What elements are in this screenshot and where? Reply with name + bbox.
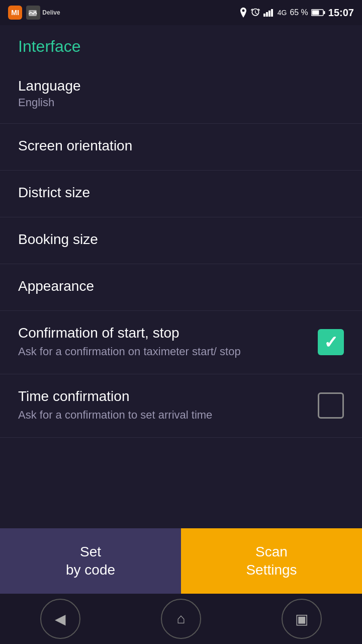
language-item[interactable]: Language English [0,64,362,124]
confirmation-start-stop-desc: Ask for a confirmation on taximeter star… [18,344,308,360]
main-content: Interface Language English Screen orient… [0,25,362,594]
district-size-item[interactable]: District size [0,171,362,217]
appearance-item[interactable]: Appearance [0,264,362,311]
svg-rect-3 [266,12,268,17]
confirmation-start-stop-checkbox[interactable]: ✓ [318,329,344,355]
back-button[interactable]: ◀ [40,599,80,639]
battery-icon [311,9,325,17]
status-bar: MI Delive 4G 65 % [0,0,362,25]
time-confirmation-checkbox[interactable] [318,392,344,419]
booking-size-title: Booking size [18,231,344,248]
status-bar-apps: MI Delive [8,6,58,20]
bottom-buttons: Setby code ScanSettings [0,528,362,594]
svg-rect-5 [271,9,273,17]
confirmation-start-stop-text: Confirmation of start, stop Ask for a co… [18,325,318,360]
recents-icon: ▣ [295,611,308,627]
checkmark-icon: ✓ [324,334,338,351]
status-bar-right: 4G 65 % 15:07 [239,7,354,19]
svg-rect-7 [323,11,325,14]
delive-icon: Delive [44,6,58,20]
back-icon: ◀ [55,611,66,627]
home-button[interactable]: ⌂ [161,599,201,639]
section-title: Interface [18,37,81,55]
appearance-title: Appearance [18,278,344,294]
status-time: 15:07 [328,7,354,19]
signal-icon [263,9,275,17]
svg-rect-4 [268,11,270,17]
gallery-icon [26,6,40,20]
district-size-title: District size [18,185,344,201]
section-header: Interface [0,25,362,64]
svg-rect-2 [263,14,265,17]
time-confirmation-title: Time confirmation [18,388,308,405]
booking-size-item[interactable]: Booking size [0,217,362,264]
alarm-icon [250,8,260,18]
time-confirmation-text: Time confirmation Ask for a confirmation… [18,388,318,423]
time-confirmation-desc: Ask for a confirmation to set arrival ti… [18,408,308,423]
time-confirmation-item[interactable]: Time confirmation Ask for a confirmation… [0,374,362,438]
screen-orientation-title: Screen orientation [18,138,344,154]
recents-button[interactable]: ▣ [282,599,322,639]
location-icon [239,8,247,18]
confirmation-start-stop-item[interactable]: Confirmation of start, stop Ask for a co… [0,311,362,374]
scan-settings-label: ScanSettings [246,543,297,580]
language-title: Language [18,78,344,94]
battery-text: 65 % [290,8,308,17]
mi-icon: MI [8,6,22,20]
confirmation-start-stop-title: Confirmation of start, stop [18,325,308,341]
set-by-code-button[interactable]: Setby code [0,528,181,594]
network-type: 4G [278,9,287,17]
scan-settings-button[interactable]: ScanSettings [181,528,362,594]
home-icon: ⌂ [177,611,186,627]
screen-orientation-item[interactable]: Screen orientation [0,124,362,171]
language-subtitle: English [18,96,344,109]
bottom-nav: ◀ ⌂ ▣ [0,594,362,644]
svg-rect-8 [312,11,319,15]
set-by-code-label: Setby code [66,543,115,580]
